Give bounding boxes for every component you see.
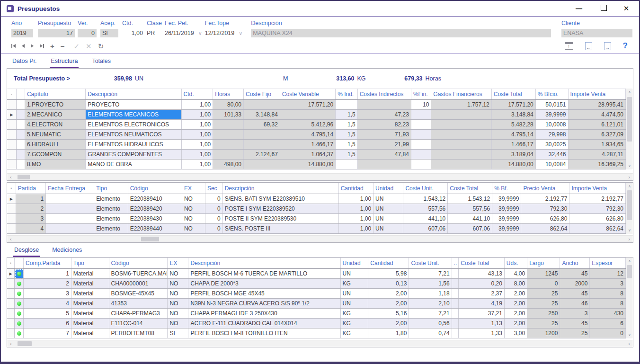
grid-cell[interactable]: [452, 269, 459, 279]
grid-cell[interactable]: 47,84: [357, 150, 411, 160]
grid-cell[interactable]: 1: [16, 194, 45, 204]
grid-cell[interactable]: POSTE II SYM E220389530: [222, 214, 338, 224]
column-header[interactable]: EX: [168, 258, 188, 269]
column-header[interactable]: Código: [128, 183, 182, 194]
grid-cell[interactable]: NO: [168, 319, 188, 328]
grid-cell[interactable]: Material: [71, 319, 109, 328]
grid-cell[interactable]: 10,0084: [535, 160, 568, 169]
tab-desglose[interactable]: Desglose: [13, 247, 40, 257]
grid-cell[interactable]: PERBOITEMT08: [109, 328, 168, 338]
grid-cell[interactable]: POSTE I SYM E220389520: [222, 204, 338, 214]
grid-cell[interactable]: CHAPA-PERMAG3: [109, 309, 168, 319]
insert-record-button[interactable]: +: [50, 43, 54, 50]
grid-cell[interactable]: [243, 160, 280, 169]
last-record-button[interactable]: [40, 44, 44, 48]
grid-cell[interactable]: 792,30: [569, 204, 626, 214]
column-header[interactable]: Coste Variable: [280, 89, 335, 100]
grid-cell[interactable]: [452, 279, 459, 289]
column-header[interactable]: Descripción: [86, 89, 181, 100]
grid-cell[interactable]: S/ENS. POSTE III: [222, 224, 338, 234]
grid-cell[interactable]: [431, 140, 491, 150]
fec-tope-dropdown-chevron-icon[interactable]: ∨: [239, 30, 242, 36]
grid-cell[interactable]: 4.474,50: [568, 110, 625, 120]
grid-cell[interactable]: 1,33: [459, 328, 505, 338]
grid-cell[interactable]: 2,00: [504, 289, 527, 299]
grid-cell[interactable]: ELEMENTOS HIDRAULICOS: [86, 140, 181, 150]
grid-cell[interactable]: 1,13: [459, 319, 505, 328]
grid-cell[interactable]: [16, 140, 25, 150]
grid-cell[interactable]: 6.327,09: [568, 130, 625, 140]
grid-cell[interactable]: BOSMGE-45X45: [109, 289, 168, 299]
acep-input[interactable]: SI: [100, 29, 118, 37]
capitulos-horizontal-scrollbar[interactable]: ‹ ›: [7, 173, 633, 180]
grid-cell[interactable]: 1,00: [181, 120, 213, 130]
grid-cell[interactable]: 1,00: [181, 110, 213, 120]
grid-cell[interactable]: 14.880,00: [491, 160, 535, 169]
grid-cell[interactable]: E220389440: [128, 224, 182, 234]
grid-cell[interactable]: 1.757,12: [431, 100, 491, 110]
grid-cell[interactable]: 7,21: [409, 269, 452, 279]
grid-cell[interactable]: 441,10: [403, 214, 448, 224]
import-document-button[interactable]: ←: [585, 42, 592, 50]
grid-cell[interactable]: [16, 150, 25, 160]
grid-cell[interactable]: 39,9999: [492, 204, 521, 214]
grid-cell[interactable]: 0,74: [409, 328, 452, 338]
grid-cell[interactable]: 6: [590, 319, 626, 328]
grid-cell[interactable]: 557,56: [448, 204, 492, 214]
scroll-left-icon[interactable]: ‹: [10, 174, 12, 180]
column-header[interactable]: Espesor: [590, 258, 626, 269]
grid-cell[interactable]: SI: [168, 328, 188, 338]
grid-cell[interactable]: E220389420: [128, 204, 182, 214]
column-header[interactable]: Cantidad: [338, 183, 373, 194]
desglose-horizontal-scrollbar[interactable]: ‹ ›: [7, 340, 633, 347]
status-dot-cell[interactable]: [15, 309, 24, 319]
grid-cell[interactable]: 5: [24, 309, 71, 319]
grid-cell[interactable]: Elemento: [94, 204, 128, 214]
scrollbar-thumb[interactable]: [627, 190, 632, 220]
scroll-right-icon[interactable]: ›: [628, 341, 630, 346]
column-header[interactable]: Cantidad: [368, 258, 409, 269]
tab-totales[interactable]: Totales: [91, 58, 112, 68]
grid-cell[interactable]: 1,5: [336, 140, 358, 150]
first-record-button[interactable]: [11, 44, 16, 48]
status-dot-cell[interactable]: [15, 299, 24, 309]
grid-cell[interactable]: [431, 160, 491, 169]
grid-cell[interactable]: 6.HIDRAULI: [25, 140, 85, 150]
grid-cell[interactable]: PERFIL BOSCH M-8 TORNILLO ITEN: [188, 328, 340, 338]
grid-cell[interactable]: F111CC-014: [109, 319, 168, 328]
grid-cell[interactable]: 4: [24, 299, 71, 309]
column-header[interactable]: Horas: [213, 89, 244, 100]
send-to-window-button[interactable]: ↑: [565, 42, 573, 50]
grid-cell[interactable]: 25: [527, 319, 560, 328]
grid-cell[interactable]: 5.482,28: [491, 120, 535, 130]
grid-cell[interactable]: [280, 110, 335, 120]
grid-cell[interactable]: UN: [340, 269, 368, 279]
scroll-down-icon[interactable]: ∨: [628, 228, 631, 232]
anio-input[interactable]: 2019: [11, 29, 33, 37]
grid-cell[interactable]: 2000: [560, 279, 590, 289]
help-button[interactable]: ?: [623, 41, 628, 51]
grid-cell[interactable]: 2.124,67: [243, 150, 280, 160]
grid-cell[interactable]: ACERO F-111 CUADRADO CAL 014X014: [188, 319, 340, 328]
grid-cell[interactable]: 21,99: [357, 140, 411, 150]
grid-cell[interactable]: 1: [24, 269, 71, 279]
grid-cell[interactable]: 1.466,17: [280, 140, 335, 150]
column-header[interactable]: Tipo: [71, 258, 109, 269]
desglose-vertical-scrollbar[interactable]: ∧ ∨: [626, 257, 633, 338]
grid-cell[interactable]: 1.934,65: [568, 140, 625, 150]
column-header[interactable]: Coste Unit.: [403, 183, 448, 194]
close-button[interactable]: ✕: [618, 4, 634, 13]
grid-cell[interactable]: 4.795,14: [280, 130, 335, 140]
grid-cell[interactable]: ELEMENTOS ELECTRONICOS: [86, 120, 181, 130]
grid-cell[interactable]: 1,5: [336, 110, 358, 120]
grid-cell[interactable]: 82,23: [357, 120, 411, 130]
grid-cell[interactable]: Elemento: [94, 214, 128, 224]
grid-cell[interactable]: [16, 120, 25, 130]
grid-cell[interactable]: [411, 120, 431, 130]
grid-cell[interactable]: ELEMENTOS MECANICOS: [86, 110, 181, 120]
grid-cell[interactable]: 1,5: [336, 150, 358, 160]
column-header[interactable]: Comp.Partida: [24, 258, 71, 269]
grid-cell[interactable]: [16, 110, 25, 120]
grid-cell[interactable]: [336, 100, 358, 110]
grid-cell[interactable]: 2.192,77: [521, 194, 569, 204]
